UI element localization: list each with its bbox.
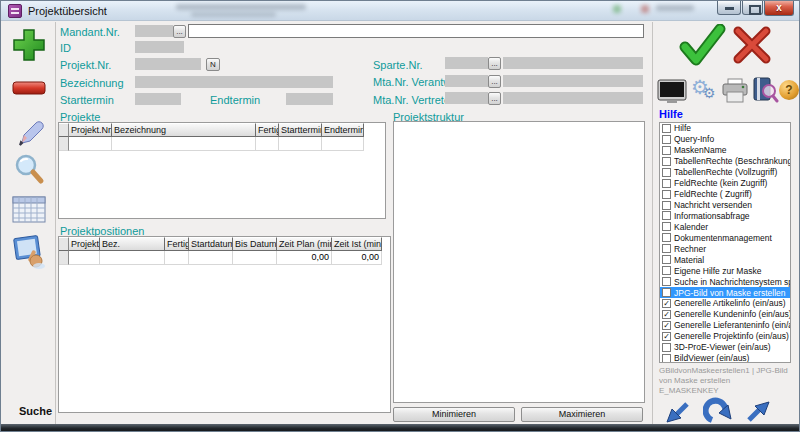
projekte-table[interactable]: Projekt.Nr. Bezeichnung Fertig Startterm… — [58, 122, 386, 219]
projekt-n-button[interactable]: N — [206, 58, 220, 71]
checkbox-icon[interactable] — [662, 266, 671, 275]
row-selector[interactable] — [59, 251, 69, 265]
add-icon[interactable] — [11, 27, 47, 63]
checkbox-icon[interactable] — [662, 244, 671, 253]
help-option[interactable]: Kalender — [660, 221, 790, 232]
bezeichnung-field[interactable] — [135, 76, 333, 88]
sparte-name-field[interactable] — [503, 57, 643, 69]
printer-icon[interactable] — [721, 78, 749, 104]
checkbox-icon[interactable] — [662, 277, 671, 286]
help-option[interactable]: Eigene Hilfe zur Maske — [660, 265, 790, 276]
checkbox-icon[interactable] — [662, 222, 671, 231]
checkbox-icon[interactable] — [662, 354, 671, 363]
help-icon[interactable]: ? — [779, 80, 799, 100]
projektstruktur-panel[interactable] — [393, 121, 645, 403]
checkbox-icon[interactable] — [662, 146, 671, 155]
maximize-button[interactable] — [742, 1, 763, 15]
help-option[interactable]: MaskenName — [660, 145, 790, 156]
minimize-button[interactable] — [717, 1, 741, 15]
document-search-icon[interactable] — [752, 76, 779, 104]
checkbox-icon[interactable] — [662, 124, 671, 133]
checkbox-icon[interactable] — [662, 201, 671, 210]
help-option[interactable]: ✓Generelle Projektinfo (ein/aus) — [660, 331, 790, 342]
mta-vertreter-name-field[interactable] — [503, 92, 643, 104]
checkbox-icon[interactable] — [662, 190, 671, 199]
cancel-x-icon[interactable] — [731, 25, 773, 65]
mta-vertreter-field[interactable] — [445, 92, 488, 104]
help-option[interactable]: Query-Info — [660, 134, 790, 145]
column-header[interactable]: Projekt.Nr. — [69, 123, 112, 137]
checkbox-icon[interactable]: ✓ — [662, 310, 671, 319]
column-header[interactable]: Bis Datum — [233, 237, 277, 251]
help-option[interactable]: ✓Generelle Artikelinfo (ein/aus) — [660, 298, 790, 309]
sparte-field[interactable] — [445, 57, 488, 69]
checkbox-icon[interactable] — [662, 288, 671, 297]
help-option[interactable]: FeldRechte ( Zugriff) — [660, 189, 790, 200]
help-option[interactable]: BildViewer (ein/aus) — [660, 353, 790, 363]
table-grid-icon[interactable] — [11, 194, 47, 224]
projektpositionen-table[interactable]: Projekt Bez. Fertig Startdatum Bis Datum… — [58, 236, 391, 413]
help-option[interactable]: Hilfe — [660, 123, 790, 134]
remove-icon[interactable] — [11, 80, 47, 96]
checkbox-icon[interactable] — [662, 168, 671, 177]
checkbox-icon[interactable] — [662, 157, 671, 166]
checkbox-icon[interactable] — [662, 135, 671, 144]
table-row[interactable] — [59, 137, 385, 151]
mta-vertreter-browse-button[interactable]: ... — [488, 92, 501, 105]
edit-pencil-icon[interactable] — [11, 114, 47, 150]
minimieren-button[interactable]: Minimieren — [393, 407, 515, 422]
checkbox-icon[interactable] — [662, 179, 671, 188]
help-options-list[interactable]: HilfeQuery-InfoMaskenNameTabellenRechte … — [659, 122, 791, 363]
checkbox-icon[interactable] — [662, 255, 671, 264]
help-option[interactable]: Dokumentenmanagement — [660, 232, 790, 243]
checkbox-icon[interactable] — [662, 343, 671, 352]
column-header[interactable]: Zeit Plan (min) — [277, 237, 332, 251]
column-header[interactable]: Bezeichnung — [112, 123, 256, 137]
table-row[interactable]: 0,00 0,00 — [59, 251, 390, 265]
help-option[interactable]: TabellenRechte (Vollzugriff) — [660, 167, 790, 178]
titlebar[interactable]: Projektübersicht x — [1, 1, 799, 21]
projekt-field[interactable] — [135, 58, 201, 70]
help-option[interactable]: JPG-Bild von Maske erstellen — [660, 287, 790, 298]
close-button[interactable]: x — [764, 1, 794, 16]
monitor-icon[interactable] — [657, 79, 687, 104]
help-option[interactable]: ✓Generelle Lieferanteninfo (ein/aus) — [660, 320, 790, 331]
ok-check-icon[interactable] — [678, 24, 726, 68]
help-option[interactable]: Nachricht versenden — [660, 200, 790, 211]
settings-gears-icon[interactable]: ⚙ ⚙ — [691, 75, 719, 105]
checkbox-icon[interactable] — [662, 233, 671, 242]
id-field[interactable] — [135, 41, 184, 53]
sparte-browse-button[interactable]: ... — [488, 57, 501, 70]
checkbox-icon[interactable]: ✓ — [662, 299, 671, 308]
row-selector[interactable] — [59, 137, 69, 151]
search-icon[interactable] — [11, 152, 47, 188]
mta-verantw-name-field[interactable] — [503, 75, 643, 87]
checkbox-icon[interactable]: ✓ — [662, 321, 671, 330]
column-header[interactable]: Starttermin — [279, 123, 322, 137]
help-option[interactable]: Rechner — [660, 243, 790, 254]
column-header[interactable]: Startdatum — [189, 237, 233, 251]
help-option[interactable]: ✓Generelle Kundeninfo (ein/aus) — [660, 309, 790, 320]
column-header[interactable]: Bez. — [100, 237, 165, 251]
column-header[interactable]: Zeit Ist (min) — [332, 237, 382, 251]
mandant-field[interactable] — [135, 25, 173, 37]
column-header[interactable]: Projekt — [69, 237, 100, 251]
mta-verantw-field[interactable] — [445, 75, 488, 87]
maximieren-button[interactable]: Maximieren — [521, 407, 643, 422]
help-option[interactable]: Material — [660, 254, 790, 265]
mandant-name-input[interactable] — [188, 24, 644, 38]
help-option[interactable]: Informationsabfrage — [660, 211, 790, 222]
mta-verantw-browse-button[interactable]: ... — [488, 75, 501, 88]
starttermin-field[interactable] — [135, 93, 181, 105]
help-option[interactable]: Suche in Nachrichtensystem speich — [660, 276, 790, 287]
endtermin-field[interactable] — [286, 93, 333, 105]
mandant-browse-button[interactable]: ... — [173, 25, 186, 38]
checkbox-icon[interactable] — [662, 211, 671, 220]
column-header[interactable]: Endtermin — [322, 123, 364, 137]
checkbox-icon[interactable]: ✓ — [662, 332, 671, 341]
help-option[interactable]: FeldRechte (kein Zugriff) — [660, 178, 790, 189]
column-header[interactable]: Fertig — [165, 237, 189, 251]
column-header[interactable]: Fertig — [256, 123, 279, 137]
help-option[interactable]: TabellenRechte (Beschränkung) — [660, 156, 790, 167]
help-option[interactable]: 3D-ProE-Viewer (ein/aus) — [660, 342, 790, 353]
